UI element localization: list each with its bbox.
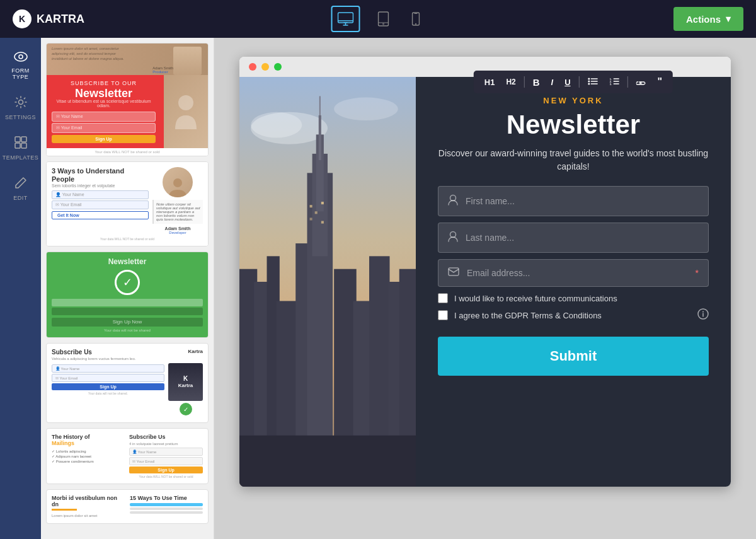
email-field[interactable]: * <box>438 259 709 287</box>
toolbar-ul-btn[interactable] <box>585 75 601 89</box>
svg-point-48 <box>588 78 590 80</box>
svg-rect-5 <box>379 12 389 26</box>
svg-rect-16 <box>15 143 20 148</box>
settings-label: SETTINGS <box>5 114 36 120</box>
tablet-device-btn[interactable] <box>373 6 394 32</box>
mobile-device-btn[interactable] <box>407 7 425 31</box>
svg-text:3.: 3. <box>610 82 612 85</box>
svg-rect-42 <box>321 202 324 204</box>
checkbox-gdpr-label: I agree to the GDPR Terms & Conditions <box>454 311 602 320</box>
edit-icon <box>14 177 27 192</box>
toolbar-italic-btn[interactable]: I <box>548 76 557 89</box>
browser-dot-red <box>249 63 256 71</box>
edit-label: EDIT <box>13 195 28 201</box>
actions-button[interactable]: Actions ▾ <box>673 7 743 31</box>
svg-rect-44 <box>321 221 324 224</box>
toolbar-link-btn[interactable] <box>633 76 650 89</box>
svg-rect-15 <box>21 137 26 142</box>
form-location: NEW YORK <box>438 96 709 105</box>
device-switcher <box>331 6 425 32</box>
browser-dot-green <box>274 63 282 71</box>
main-layout: FORM TYPE SETTINGS TEMPLATES <box>0 38 756 539</box>
text-editing-toolbar: H1 H2 B I U 1.2.3. <box>474 71 673 93</box>
templates-icon <box>14 136 27 152</box>
svg-rect-59 <box>449 268 459 275</box>
sidebar-item-edit[interactable]: EDIT <box>0 170 41 207</box>
svg-rect-32 <box>319 115 321 160</box>
toolbar-h2-btn[interactable]: H2 <box>503 76 518 88</box>
required-indicator: * <box>696 268 699 278</box>
submit-button[interactable]: Submit <box>438 337 709 376</box>
svg-point-49 <box>588 81 590 83</box>
svg-point-22 <box>251 112 302 138</box>
checkbox-communications-input[interactable] <box>438 293 448 303</box>
logo: K KARTRA <box>13 9 84 28</box>
form-description: Discover our award-winning travel guides… <box>438 147 709 173</box>
template-card-5[interactable]: The History of Mailings ✓ LoIortis adipi… <box>46 428 209 484</box>
svg-point-18 <box>178 95 193 110</box>
checkbox-communications[interactable]: I would like to receive future communica… <box>438 293 709 303</box>
logo-text: KARTRA <box>37 13 84 26</box>
template-card-4[interactable]: Subscribe Us Vehicula a adipiscing lorem… <box>46 343 209 423</box>
svg-point-11 <box>14 52 27 61</box>
toolbar-bold-btn[interactable]: B <box>530 75 543 90</box>
checkbox-gdpr-input[interactable] <box>438 310 448 320</box>
template-1-image <box>164 75 208 148</box>
svg-point-13 <box>18 100 23 105</box>
svg-point-6 <box>383 23 384 25</box>
canvas-area: H1 H2 B I U 1.2.3. <box>214 38 756 539</box>
template-card-1[interactable]: Lorem ipsum dolor sit amet, consectetur … <box>46 43 209 156</box>
top-nav: K KARTRA <box>0 0 756 38</box>
first-name-input[interactable] <box>466 196 699 206</box>
browser-dot-yellow <box>261 63 269 71</box>
svg-rect-43 <box>310 217 312 220</box>
checkbox-gdpr[interactable]: I agree to the GDPR Terms & Conditions <box>438 308 709 322</box>
sidebar-item-form-type[interactable]: FORM TYPE <box>0 44 41 86</box>
template-card-3[interactable]: Newsletter ✓ Sign Up Now Your data will … <box>46 252 209 338</box>
svg-rect-39 <box>239 436 416 487</box>
template-card-2[interactable]: 3 Ways to Understand People Sem lobortis… <box>46 161 209 246</box>
svg-point-62 <box>702 311 704 313</box>
toolbar-underline-btn[interactable]: U <box>561 76 573 89</box>
logo-icon: K <box>13 9 32 28</box>
last-name-input[interactable] <box>466 233 699 243</box>
svg-point-19 <box>173 178 182 187</box>
person-icon-1 <box>448 194 458 208</box>
email-input[interactable] <box>467 268 688 278</box>
svg-point-9 <box>415 23 416 25</box>
city-background <box>239 77 416 487</box>
toolbar-separator-2 <box>579 76 580 88</box>
page-content: H1 H2 B I U 1.2.3. <box>239 77 731 487</box>
template-1-body: SUBSCRIBE TO OUR Newsletter Vitae ut bib… <box>47 75 208 148</box>
email-icon <box>448 267 459 279</box>
svg-point-57 <box>450 195 456 201</box>
toolbar-quote-btn[interactable]: " <box>655 74 666 90</box>
form-side: H1 H2 B I U 1.2.3. <box>416 77 731 487</box>
svg-rect-17 <box>21 143 26 148</box>
svg-rect-41 <box>315 211 318 214</box>
templates-label: TEMPLATES <box>3 154 38 161</box>
svg-point-23 <box>334 98 398 121</box>
info-icon <box>697 308 709 322</box>
sidebar-item-templates[interactable]: TEMPLATES <box>0 130 41 167</box>
svg-rect-40 <box>310 205 312 207</box>
last-name-field[interactable] <box>438 223 709 253</box>
toolbar-ol-btn[interactable]: 1.2.3. <box>606 76 622 89</box>
browser-mockup: H1 H2 B I U 1.2.3. <box>239 57 731 487</box>
svg-point-58 <box>450 232 456 238</box>
svg-rect-14 <box>15 137 20 142</box>
eye-icon <box>14 50 28 65</box>
template-3-checkmark: ✓ <box>115 270 140 295</box>
person-icon-2 <box>448 231 458 245</box>
sidebar-item-settings[interactable]: SETTINGS <box>0 90 41 127</box>
checkbox-communications-label: I would like to receive future communica… <box>454 294 617 303</box>
toolbar-separator-1 <box>524 76 525 88</box>
svg-point-50 <box>588 83 590 85</box>
settings-icon <box>14 96 27 112</box>
template-1-fine: Your data WILL NOT be shared or sold <box>47 148 208 156</box>
first-name-field[interactable] <box>438 186 709 216</box>
sidebar: FORM TYPE SETTINGS TEMPLATES <box>0 38 41 539</box>
desktop-device-btn[interactable] <box>331 6 360 32</box>
template-card-6[interactable]: Morbi id vestibulum non dn Lorem ipsum d… <box>46 489 209 524</box>
toolbar-h1-btn[interactable]: H1 <box>481 76 498 89</box>
